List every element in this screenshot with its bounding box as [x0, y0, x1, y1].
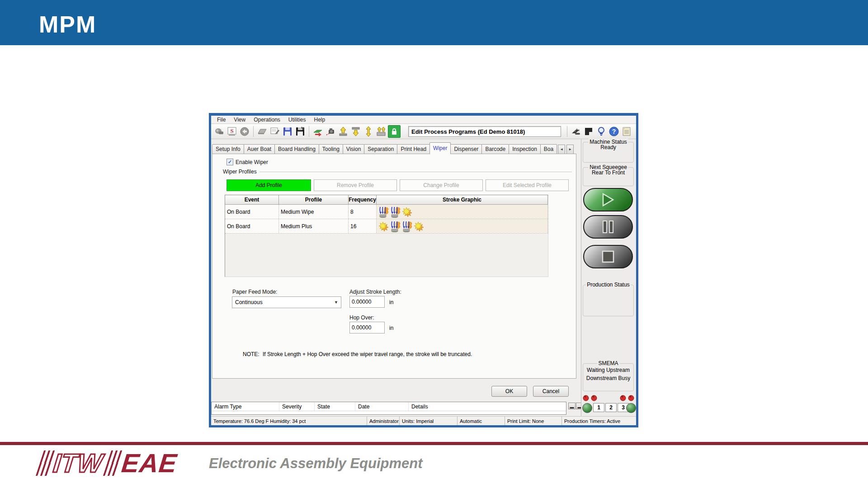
note-label: NOTE:: [243, 351, 263, 358]
stencil-clean-icon[interactable]: [570, 126, 582, 137]
board-load-icon[interactable]: [312, 126, 324, 137]
column-header-profile[interactable]: Profile: [279, 195, 349, 204]
alarm-column-date[interactable]: Date: [355, 402, 409, 411]
back-icon[interactable]: [239, 126, 250, 137]
paper-feed-mode-select[interactable]: Continuous ▼: [232, 296, 341, 308]
enable-wiper-label: Enable Wiper: [236, 159, 268, 165]
board-up-icon[interactable]: [337, 126, 349, 137]
add-profile-button[interactable]: Add Profile: [226, 179, 311, 191]
save-as-icon[interactable]: [294, 126, 306, 137]
alarm-minimize-button[interactable]: ▬: [568, 403, 576, 409]
alarm-column-severity[interactable]: Severity: [279, 402, 315, 411]
svg-text:?: ?: [612, 128, 616, 135]
alarm-column-type[interactable]: Alarm Type: [212, 402, 279, 411]
status-units: Units: Imperial: [400, 417, 458, 425]
lock-icon[interactable]: [388, 125, 401, 138]
tab-tooling[interactable]: Tooling: [319, 144, 343, 154]
wiper-profiles-group: Wiper Profiles: [223, 169, 572, 175]
adjust-stroke-length-input[interactable]: [349, 296, 385, 308]
stop-button[interactable]: [583, 245, 633, 268]
reset-icon[interactable]: S: [226, 126, 238, 137]
cell-frequency: 8: [349, 205, 377, 219]
toolbar-separator: [309, 126, 309, 137]
lane-button-2[interactable]: 2: [605, 403, 617, 412]
tab-dispenser[interactable]: Dispenser: [450, 144, 482, 154]
tab-strip: Setup Info Auer Boat Board Handling Tool…: [212, 143, 576, 154]
table-row[interactable]: On Board Medium Wipe 8: [225, 205, 548, 219]
tab-board-handling[interactable]: Board Handling: [274, 144, 319, 154]
remove-profile-button[interactable]: Remove Profile: [314, 179, 397, 191]
menu-help[interactable]: Help: [310, 117, 330, 123]
menu-view[interactable]: View: [230, 117, 250, 123]
cell-event: On Board: [225, 205, 279, 219]
tab-setup-info[interactable]: Setup Info: [212, 144, 244, 154]
open-program-icon[interactable]: [256, 126, 268, 137]
next-squeegee-group: Next Squeegee Rear To Front: [583, 167, 634, 186]
wiper-profiles-label: Wiper Profiles: [223, 169, 257, 175]
help-icon[interactable]: ?: [608, 126, 620, 137]
menu-operations[interactable]: Operations: [250, 117, 284, 123]
smema-group: SMEMA Waiting Upstream Downstream Busy: [583, 363, 634, 391]
tab-wiper[interactable]: Wiper: [429, 142, 451, 154]
stroke-wet-icon: [390, 221, 401, 232]
mpm-logo: MPM: [39, 11, 96, 38]
stroke-wet-icon: [390, 206, 401, 218]
tab-board-truncated[interactable]: Boa: [540, 144, 557, 154]
status-user: Administrator: [367, 417, 400, 425]
edit-selected-profile-button[interactable]: Edit Selected Profile: [486, 179, 569, 191]
tab-auer-boat[interactable]: Auer Boat: [244, 144, 275, 154]
alarm-column-state[interactable]: State: [315, 402, 355, 411]
alarm-column-details[interactable]: Details: [409, 402, 566, 411]
footer-tagline: Electronic Assembly Equipment: [209, 455, 423, 472]
play-icon: [600, 192, 616, 207]
board-down-icon[interactable]: [350, 126, 362, 137]
status-print-limit: Print Limit: None: [505, 417, 562, 425]
column-header-frequency[interactable]: Frequency: [349, 195, 377, 204]
tab-scroll-right-button[interactable]: ►: [566, 145, 574, 154]
vision-camera-icon[interactable]: [325, 126, 336, 137]
column-header-event[interactable]: Event: [225, 195, 279, 204]
note-text: If Stroke Length + Hop Over exceed the w…: [263, 351, 514, 358]
note: NOTE: If Stroke Length + Hop Over exceed…: [243, 351, 514, 358]
ok-button[interactable]: OK: [491, 386, 527, 397]
itw-logo-text: ITW: [52, 450, 104, 476]
window-title: Edit Process Programs (Ed Demo 81018): [408, 126, 561, 137]
board-lift-icon[interactable]: [375, 126, 387, 137]
alarm-table: Alarm Type Severity State Date Details: [211, 402, 566, 415]
next-squeegee-title: Next Squeegee: [588, 164, 628, 170]
lane-button-1[interactable]: 1: [593, 403, 604, 412]
board-updown-icon[interactable]: [363, 126, 374, 137]
tab-separation[interactable]: Separation: [364, 144, 397, 154]
table-row[interactable]: On Board Medium Plus 16: [225, 219, 548, 234]
pause-icon: [601, 220, 615, 234]
status-temperature: Temperature: 76.6 Deg F Humidity: 34 pct: [211, 417, 367, 425]
cancel-button[interactable]: Cancel: [533, 386, 569, 397]
adjust-stroke-length-label: Adjust Stroke Length:: [349, 289, 401, 295]
tip-icon[interactable]: [595, 126, 607, 137]
machine-status-title: Machine Status: [588, 139, 628, 145]
hop-over-input[interactable]: [349, 322, 385, 333]
save-icon[interactable]: [282, 126, 293, 137]
enable-wiper-checkbox[interactable]: ✓: [226, 159, 233, 165]
pause-button[interactable]: [583, 215, 633, 239]
production-status-title: Production Status: [585, 282, 631, 288]
tab-inspection[interactable]: Inspection: [509, 144, 541, 154]
change-profile-button[interactable]: Change Profile: [400, 179, 483, 191]
camera-icon[interactable]: [213, 126, 225, 137]
tab-barcode[interactable]: Barcode: [481, 144, 509, 154]
column-header-stroke-graphic[interactable]: Stroke Graphic: [377, 195, 548, 204]
squeegee-icon[interactable]: [583, 126, 594, 137]
menu-utilities[interactable]: Utilities: [284, 117, 310, 123]
tab-scroll-left-button[interactable]: ◄: [558, 145, 565, 154]
start-button[interactable]: [583, 188, 633, 211]
top-brand-bar: [0, 0, 868, 45]
status-bar: Temperature: 76.6 Deg F Humidity: 34 pct…: [211, 416, 636, 425]
edit-program-icon[interactable]: [269, 126, 281, 137]
tab-print-head[interactable]: Print Head: [397, 144, 430, 154]
notes-icon[interactable]: [621, 126, 632, 137]
menu-file[interactable]: File: [213, 117, 230, 123]
machine-status-group: Machine Status Ready: [583, 142, 634, 163]
status-mode: Automatic: [458, 417, 505, 425]
tab-vision[interactable]: Vision: [343, 144, 364, 154]
smema-downstream-status: Downstream Busy: [583, 373, 633, 381]
